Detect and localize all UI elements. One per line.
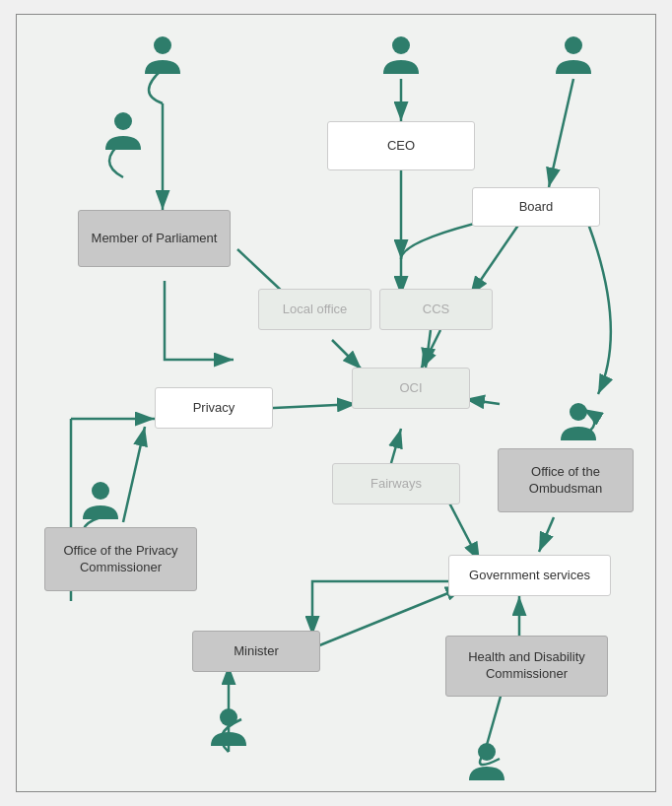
- svg-point-23: [392, 36, 410, 54]
- person-board-top: [552, 33, 595, 76]
- member-of-parliament-box: Member of Parliament: [78, 210, 231, 267]
- svg-line-11: [465, 399, 500, 404]
- ccs-box: CCS: [379, 289, 493, 330]
- minister-box: Minister: [192, 631, 320, 672]
- svg-point-26: [565, 36, 582, 54]
- person-left2: [101, 108, 145, 152]
- svg-line-13: [391, 429, 401, 463]
- local-office-box: Local office: [258, 289, 371, 330]
- person-ceo-top: [379, 33, 423, 76]
- person-minister-bottom: [207, 705, 250, 748]
- ombudsman-box: Office of the Ombudsman: [498, 448, 634, 512]
- health-disability-box: Health and Disability Commissioner: [445, 636, 608, 697]
- svg-point-27: [570, 403, 587, 421]
- svg-point-28: [92, 482, 109, 500]
- svg-line-4: [549, 79, 573, 187]
- svg-line-22: [426, 330, 431, 368]
- svg-line-8: [332, 340, 362, 369]
- board-box: Board: [472, 187, 600, 227]
- svg-line-15: [123, 427, 145, 522]
- diagram-container: CEO Board Member of Parliament Local off…: [16, 14, 656, 792]
- svg-point-30: [478, 743, 496, 761]
- person-health-disability-bottom: [465, 739, 508, 782]
- person-mp-top: [141, 33, 184, 76]
- person-ombudsman: [557, 399, 600, 442]
- fairways-box: Fairways: [332, 463, 460, 504]
- ceo-box: CEO: [327, 121, 475, 170]
- oci-box: OCI: [352, 368, 470, 409]
- svg-line-16: [307, 586, 465, 650]
- person-privacy-commissioner: [79, 478, 122, 521]
- svg-line-5: [470, 224, 519, 296]
- svg-point-24: [154, 36, 171, 54]
- government-services-box: Government services: [448, 555, 611, 596]
- svg-line-12: [539, 517, 554, 552]
- privacy-box: Privacy: [155, 387, 273, 429]
- svg-line-9: [421, 330, 440, 369]
- svg-point-29: [220, 708, 237, 726]
- privacy-commissioner-box: Office of the Privacy Commissioner: [44, 527, 197, 591]
- svg-point-25: [114, 112, 132, 130]
